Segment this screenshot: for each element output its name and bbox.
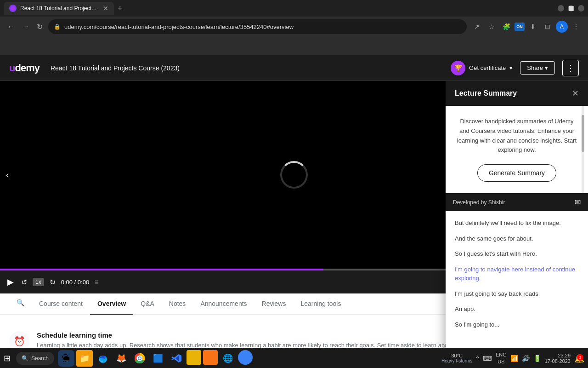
back-button[interactable]: ← — [6, 21, 17, 33]
certificate-dropdown-icon: ▾ — [509, 64, 513, 71]
content-area: ‹ › ▶ ↺ 1x ↻ 0:00 / 0:00 ≡ 🔊 💬 ▦ ⚙ — [0, 81, 588, 368]
speed-button[interactable]: 1x — [33, 278, 44, 286]
share-dropdown-icon: ▾ — [545, 64, 548, 71]
certificate-label: Get certificate — [469, 64, 506, 71]
address-text: udemy.com/course/react-tutorial-and-proj… — [64, 23, 294, 30]
tab-close-icon[interactable]: ✕ — [103, 5, 108, 12]
extension-puzzle-icon[interactable]: 🧩 — [500, 20, 513, 33]
tab-title: React 18 Tutorial and Projects Co... — [20, 5, 99, 12]
udemy-logo[interactable]: udemy — [9, 62, 40, 74]
new-tab-button[interactable]: + — [116, 2, 124, 15]
taskbar-search-icon: 🔍 — [22, 355, 28, 362]
scroll-thumb — [582, 115, 584, 152]
extension-on-icon[interactable]: ON — [514, 23, 525, 31]
browser-titlebar: React 18 Tutorial and Projects Co... ✕ +… — [0, 0, 588, 17]
taskbar-apps: 🌦 📁 🦊 🟦 — [58, 350, 253, 367]
udemy-app: udemy React 18 Tutorial and Projects Cou… — [0, 55, 588, 368]
refresh-button[interactable]: ↻ — [35, 21, 45, 33]
transcript-line-3: I'm going to navigate here instead of co… — [455, 265, 579, 283]
panel-title: Lecture Summary — [455, 89, 517, 98]
tab-notes-label: Notes — [169, 300, 186, 307]
tab-learning-tools[interactable]: Learning tools — [293, 293, 348, 315]
taskbar-search[interactable]: 🔍 Search — [16, 352, 54, 365]
video-prev-button[interactable]: ‹ — [0, 161, 15, 189]
panel-developer: Developed by Shishir ✉ — [446, 193, 588, 211]
expand-systray-icon[interactable]: ^ — [476, 355, 479, 362]
panel-close-button[interactable]: ✕ — [572, 88, 579, 98]
taskbar-app-yellow[interactable] — [187, 350, 201, 367]
taskbar-app-firefox[interactable]: 🦊 — [113, 350, 130, 367]
taskbar-start: ⊞ 🔍 Search — [4, 352, 54, 365]
more-options-button[interactable]: ⋮ — [562, 60, 579, 76]
minimize-button[interactable]: — — [558, 5, 564, 12]
notification-area[interactable]: 🔔 1 — [574, 353, 584, 363]
tab-course-content-label: Course content — [39, 300, 83, 307]
fast-forward-button[interactable]: ↻ — [48, 276, 57, 288]
tab-course-content[interactable]: Course content — [32, 293, 90, 315]
start-button[interactable]: ⊞ — [4, 353, 11, 363]
share-label: Share — [527, 64, 543, 71]
close-button[interactable]: ✕ — [578, 5, 584, 12]
bookmark-icon[interactable]: ☆ — [485, 20, 498, 33]
play-button[interactable]: ▶ — [6, 275, 16, 289]
browser-chrome: React 18 Tutorial and Projects Co... ✕ +… — [0, 0, 588, 55]
window-controls: — ⬜ ✕ — [558, 5, 584, 12]
tab-search[interactable]: 🔍 — [9, 293, 32, 315]
maximize-button[interactable]: ⬜ — [568, 5, 574, 12]
lecture-summary-panel: Lecture Summary ✕ Discover handpicked su… — [446, 81, 588, 368]
tab-notes[interactable]: Notes — [162, 293, 193, 315]
tab-reviews[interactable]: Reviews — [254, 293, 294, 315]
taskbar-app-weather[interactable]: 🌦 — [58, 350, 74, 367]
taskbar-app-chrome[interactable] — [131, 350, 148, 367]
transcript-line-0: But definitely we'll need to fix the ima… — [455, 218, 579, 228]
profile-icon[interactable]: A — [556, 21, 568, 33]
taskbar-app-vscode[interactable] — [168, 350, 185, 367]
menu-icon[interactable]: ⋮ — [570, 20, 582, 33]
weather-condition: Heavy t-storms — [441, 358, 472, 363]
transcript-line-5: An app. — [455, 305, 579, 314]
taskbar: ⊞ 🔍 Search 🌦 📁 🦊 🟦 — [0, 348, 588, 368]
playlist-button[interactable]: ≡ — [93, 276, 100, 288]
date-display: 17-08-2023 — [545, 358, 571, 364]
download-icon[interactable]: ⬇ — [526, 20, 539, 33]
keyboard-lang: ENG US — [496, 351, 507, 365]
forward-button[interactable]: → — [20, 21, 31, 33]
share-nav-icon[interactable]: ↗ — [470, 20, 483, 33]
taskbar-systray: 30°C Heavy t-storms ^ ⌨ ENG US 📶 🔊 🔋 23:… — [441, 351, 584, 365]
mail-icon[interactable]: ✉ — [575, 198, 581, 207]
taskbar-app-files[interactable]: 📁 — [76, 350, 93, 367]
taskbar-app-browser2[interactable]: 🌐 — [220, 350, 236, 367]
udemy-header: udemy React 18 Tutorial and Projects Cou… — [0, 55, 588, 81]
tab-learning-tools-label: Learning tools — [300, 300, 341, 307]
lock-icon: 🔒 — [54, 23, 61, 30]
svg-point-5 — [139, 357, 141, 359]
generate-summary-button[interactable]: Generate Summary — [477, 164, 556, 182]
time-display: 0:00 / 0:00 — [61, 279, 89, 286]
tab-qa[interactable]: Q&A — [133, 293, 162, 315]
tab-announcements[interactable]: Announcements — [193, 293, 254, 315]
certificate-button[interactable]: 🏆 Get certificate ▾ — [451, 61, 513, 75]
video-progress-fill — [0, 269, 323, 270]
tab-overview[interactable]: Overview — [90, 293, 133, 315]
certificate-icon: 🏆 — [451, 61, 465, 75]
transcript-line-6: So I'm going to... — [455, 320, 579, 329]
taskbar-app-orange[interactable] — [203, 350, 218, 367]
address-bar[interactable]: 🔒 udemy.com/course/react-tutorial-and-pr… — [48, 19, 467, 34]
keyboard-icon: ⌨ — [483, 355, 492, 362]
panel-intro-text: Discover handpicked summaries of Udemy a… — [455, 117, 579, 155]
sidebar-icon[interactable]: ⊟ — [541, 20, 554, 33]
search-icon: 🔍 — [17, 299, 24, 306]
svg-point-0 — [11, 6, 15, 11]
datetime-display: 23:29 17-08-2023 — [545, 353, 571, 364]
taskbar-app-edge[interactable] — [95, 350, 111, 367]
developer-text: Developed by Shishir — [453, 199, 505, 206]
share-button[interactable]: Share ▾ — [520, 61, 555, 75]
course-title: React 18 Tutorial and Projects Course (2… — [51, 64, 180, 72]
taskbar-app-blue[interactable] — [238, 350, 253, 367]
rewind-button[interactable]: ↺ — [19, 276, 29, 288]
browser-navbar: ← → ↻ 🔒 udemy.com/course/react-tutorial-… — [0, 17, 588, 37]
browser-tab[interactable]: React 18 Tutorial and Projects Co... ✕ — [4, 2, 114, 15]
loading-spinner — [280, 161, 308, 189]
tab-overview-label: Overview — [97, 300, 126, 307]
taskbar-app-teams[interactable]: 🟦 — [150, 350, 166, 367]
